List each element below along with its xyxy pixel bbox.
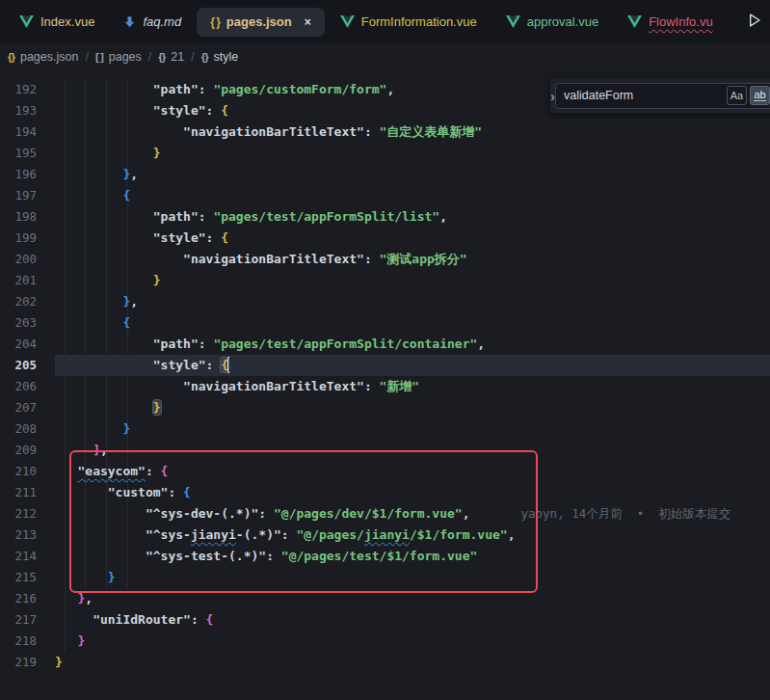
run-button[interactable] bbox=[749, 0, 770, 43]
code-token: "@/pages/test/$1/form.vue" bbox=[281, 549, 478, 563]
tab-label: faq.md bbox=[143, 14, 181, 29]
code-token: "自定义表单新增" bbox=[380, 124, 483, 139]
code-token: "^sys-test-(.*)": bbox=[55, 549, 281, 563]
code-line-218[interactable]: 218 } bbox=[0, 631, 770, 652]
code-line-205[interactable]: 205 "style": { bbox=[0, 355, 770, 376]
line-number: 204 bbox=[0, 334, 37, 355]
code-line-208[interactable]: 208 } bbox=[0, 418, 770, 440]
line-content: ], bbox=[37, 440, 108, 461]
code-token: "uniIdRouter": bbox=[55, 612, 206, 627]
code-line-217[interactable]: 217 "uniIdRouter": { bbox=[0, 609, 770, 631]
line-content: } bbox=[37, 567, 116, 588]
code-line-213[interactable]: 213 "^sys-jianyi-(.*)": "@/pages/jianyi/… bbox=[0, 525, 770, 546]
line-number: 193 bbox=[0, 100, 37, 121]
code-line-203[interactable]: 203 { bbox=[0, 312, 770, 334]
code-line-216[interactable]: 216 }, bbox=[0, 588, 770, 609]
code-token: "pages/test/appFormSplit/list" bbox=[213, 209, 439, 224]
find-option-whole-word[interactable]: ab bbox=[750, 86, 770, 105]
code-token: "path": bbox=[55, 337, 213, 351]
code-token: "@/pages/dev/$1/form.vue" bbox=[274, 506, 463, 521]
vue-icon bbox=[627, 15, 642, 28]
tab-close-icon[interactable]: × bbox=[305, 15, 311, 29]
breadcrumb-item-21[interactable]: {}21 bbox=[158, 50, 184, 64]
code-token: jianyi bbox=[191, 527, 236, 542]
code-line-212[interactable]: 212 "^sys-dev-(.*)": "@/pages/dev/$1/for… bbox=[0, 503, 770, 525]
code-line-198[interactable]: 198 "path": "pages/test/appFormSplit/lis… bbox=[0, 206, 770, 228]
code-line-196[interactable]: 196 }, bbox=[0, 164, 770, 185]
line-content: } bbox=[37, 270, 161, 291]
code-line-206[interactable]: 206 "navigationBarTitleText": "新增" bbox=[0, 376, 770, 397]
code-token: "pages/test/appFormSplit/container" bbox=[213, 337, 477, 351]
breadcrumb-label: style bbox=[214, 50, 239, 64]
tab-approval.vue[interactable]: approval.vue bbox=[492, 8, 612, 37]
vue-icon bbox=[340, 15, 355, 28]
line-number: 195 bbox=[0, 143, 37, 164]
line-number: 207 bbox=[0, 397, 37, 418]
line-number: 192 bbox=[0, 79, 37, 100]
tab-faq.md[interactable]: faq.md bbox=[110, 8, 195, 37]
code-token: { bbox=[55, 188, 130, 202]
line-content: } bbox=[37, 631, 85, 652]
code-line-200[interactable]: 200 "navigationBarTitleText": "测试app拆分" bbox=[0, 249, 770, 270]
code-line-199[interactable]: 199 "style": { bbox=[0, 228, 770, 249]
code-token: "测试app拆分" bbox=[380, 252, 467, 266]
breadcrumb-label: 21 bbox=[171, 50, 184, 64]
code-area[interactable]: 192 "path": "pages/customForm/form",193 … bbox=[0, 79, 770, 673]
tab-FormInformation.vue[interactable]: FormInformation.vue bbox=[327, 8, 491, 37]
code-line-210[interactable]: 210 "easycom": { bbox=[0, 461, 770, 482]
breadcrumb-item-pages.json[interactable]: {}pages.json bbox=[8, 50, 78, 64]
code-line-201[interactable]: 201 } bbox=[0, 270, 770, 291]
tab-label: FlowInfo.vu bbox=[649, 14, 712, 29]
find-input[interactable] bbox=[556, 89, 727, 102]
breadcrumb-label: pages bbox=[109, 50, 142, 64]
code-line-211[interactable]: 211 "custom": { bbox=[0, 482, 770, 503]
line-content: }, bbox=[37, 588, 93, 609]
code-line-194[interactable]: 194 "navigationBarTitleText": "自定义表单新增" bbox=[0, 121, 770, 143]
tab-Index.vue[interactable]: Index.vue bbox=[6, 8, 108, 37]
line-content: { bbox=[37, 312, 130, 334]
code-line-204[interactable]: 204 "path": "pages/test/appFormSplit/con… bbox=[0, 334, 770, 355]
line-number: 196 bbox=[0, 164, 37, 185]
line-content: }, bbox=[37, 291, 138, 312]
line-number: 206 bbox=[0, 376, 37, 397]
code-line-215[interactable]: 215 } bbox=[0, 567, 770, 588]
code-token: } bbox=[55, 633, 85, 648]
line-number: 211 bbox=[0, 482, 37, 503]
line-number: 200 bbox=[0, 249, 37, 270]
find-option-match-case[interactable]: Aa bbox=[727, 86, 747, 105]
braces-icon: {} bbox=[158, 51, 165, 63]
code-token: , bbox=[477, 337, 485, 351]
breadcrumb-label: pages.json bbox=[20, 50, 78, 64]
code-token: , bbox=[439, 209, 447, 224]
line-number: 212 bbox=[0, 503, 37, 525]
breadcrumb-item-style[interactable]: {}style bbox=[201, 50, 239, 64]
code-line-195[interactable]: 195 } bbox=[0, 143, 770, 164]
code-line-207[interactable]: 207 } bbox=[0, 397, 770, 418]
code-token: } bbox=[153, 400, 161, 415]
code-line-219[interactable]: 219} bbox=[0, 652, 770, 673]
code-line-197[interactable]: 197 { bbox=[0, 185, 770, 206]
code-token: { bbox=[183, 485, 191, 499]
code-token: { bbox=[55, 315, 130, 330]
line-content: "navigationBarTitleText": "新增" bbox=[37, 376, 419, 397]
tab-label: pages.json bbox=[226, 14, 292, 29]
code-line-202[interactable]: 202 }, bbox=[0, 291, 770, 312]
code-token: "style": bbox=[55, 103, 221, 118]
code-token bbox=[55, 400, 153, 415]
code-line-209[interactable]: 209 ], bbox=[0, 440, 770, 461]
line-number: 216 bbox=[0, 588, 37, 609]
breadcrumb-item-pages[interactable]: [ ]pages bbox=[95, 50, 142, 64]
braces-icon: {} bbox=[201, 51, 208, 63]
breadcrumb-separator: / bbox=[148, 50, 151, 64]
line-content: "style": { bbox=[37, 100, 228, 121]
line-number: 201 bbox=[0, 270, 37, 291]
tab-FlowInfo.vu[interactable]: FlowInfo.vu bbox=[614, 8, 726, 37]
editor[interactable]: 192 "path": "pages/customForm/form",193 … bbox=[0, 70, 770, 700]
tab-pages.json[interactable]: { }pages.json× bbox=[197, 8, 325, 37]
line-content: } bbox=[37, 143, 161, 164]
code-token: } bbox=[55, 570, 116, 584]
code-line-214[interactable]: 214 "^sys-test-(.*)": "@/pages/test/$1/f… bbox=[0, 546, 770, 567]
tab-bar: Index.vuefaq.md{ }pages.json×FormInforma… bbox=[0, 0, 770, 43]
code-token: } bbox=[55, 421, 130, 436]
code-token: "pages/customForm/form" bbox=[213, 82, 386, 96]
